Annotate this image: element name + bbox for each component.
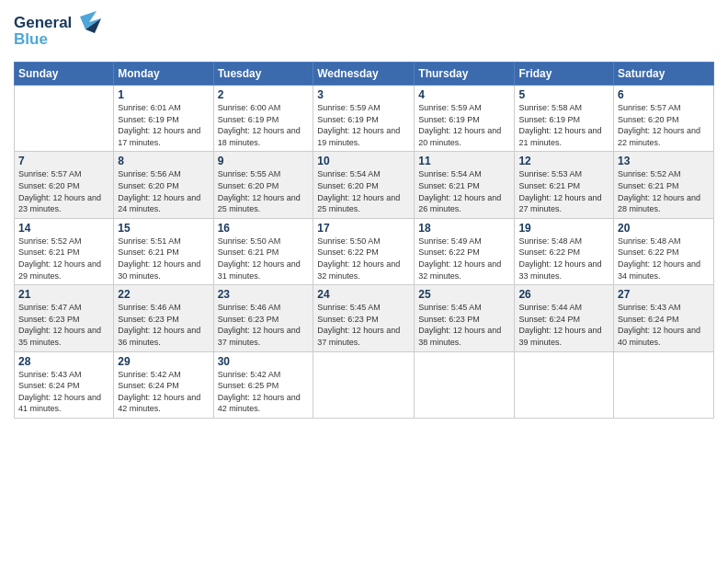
calendar-header-row: SundayMondayTuesdayWednesdayThursdayFrid…	[15, 63, 714, 86]
calendar-cell: 19Sunrise: 5:48 AMSunset: 6:22 PMDayligh…	[515, 218, 614, 284]
day-number: 6	[618, 88, 710, 101]
calendar-week-row: 7Sunrise: 5:57 AMSunset: 6:20 PMDaylight…	[15, 152, 714, 218]
weekday-header: Friday	[515, 63, 614, 86]
day-info: Sunrise: 5:57 AMSunset: 6:20 PMDaylight:…	[18, 168, 109, 214]
day-info: Sunrise: 6:01 AMSunset: 6:19 PMDaylight:…	[118, 102, 209, 148]
calendar-cell: 11Sunrise: 5:54 AMSunset: 6:21 PMDayligh…	[415, 152, 515, 218]
weekday-header: Wednesday	[313, 63, 415, 86]
day-number: 15	[118, 222, 209, 235]
calendar-cell: 13Sunrise: 5:52 AMSunset: 6:21 PMDayligh…	[614, 152, 714, 218]
calendar-cell	[515, 351, 614, 418]
calendar-cell: 5Sunrise: 5:58 AMSunset: 6:19 PMDaylight…	[515, 86, 614, 152]
calendar-cell: 26Sunrise: 5:44 AMSunset: 6:24 PMDayligh…	[515, 285, 614, 351]
day-number: 12	[518, 155, 609, 167]
day-info: Sunrise: 6:00 AMSunset: 6:19 PMDaylight:…	[218, 102, 310, 148]
weekday-header: Thursday	[415, 63, 515, 86]
calendar-week-row: 1Sunrise: 6:01 AMSunset: 6:19 PMDaylight…	[15, 86, 714, 152]
calendar-cell	[415, 351, 515, 418]
logo-svg: General Blue	[14, 9, 115, 51]
day-info: Sunrise: 5:46 AMSunset: 6:23 PMDaylight:…	[218, 302, 310, 348]
day-info: Sunrise: 5:44 AMSunset: 6:24 PMDaylight:…	[518, 302, 609, 348]
calendar-cell	[15, 86, 114, 152]
day-number: 18	[418, 222, 510, 235]
day-info: Sunrise: 5:59 AMSunset: 6:19 PMDaylight:…	[317, 102, 410, 148]
day-info: Sunrise: 5:56 AMSunset: 6:20 PMDaylight:…	[118, 168, 209, 214]
calendar-cell: 10Sunrise: 5:54 AMSunset: 6:20 PMDayligh…	[313, 152, 415, 218]
day-info: Sunrise: 5:52 AMSunset: 6:21 PMDaylight:…	[618, 168, 710, 214]
day-number: 3	[317, 88, 410, 101]
day-info: Sunrise: 5:46 AMSunset: 6:23 PMDaylight:…	[118, 302, 209, 348]
day-info: Sunrise: 5:50 AMSunset: 6:21 PMDaylight:…	[218, 236, 310, 282]
calendar-cell: 17Sunrise: 5:50 AMSunset: 6:22 PMDayligh…	[313, 218, 415, 284]
calendar-cell: 21Sunrise: 5:47 AMSunset: 6:23 PMDayligh…	[15, 285, 114, 351]
svg-text:Blue: Blue	[14, 30, 48, 48]
day-info: Sunrise: 5:59 AMSunset: 6:19 PMDaylight:…	[418, 102, 510, 148]
day-info: Sunrise: 5:42 AMSunset: 6:24 PMDaylight:…	[118, 369, 209, 415]
weekday-header: Sunday	[15, 63, 114, 86]
day-number: 29	[118, 355, 209, 368]
calendar-cell: 1Sunrise: 6:01 AMSunset: 6:19 PMDaylight…	[114, 86, 213, 152]
calendar-cell: 12Sunrise: 5:53 AMSunset: 6:21 PMDayligh…	[515, 152, 614, 218]
day-info: Sunrise: 5:55 AMSunset: 6:20 PMDaylight:…	[218, 168, 310, 214]
calendar-cell: 20Sunrise: 5:48 AMSunset: 6:22 PMDayligh…	[614, 218, 714, 284]
day-number: 9	[218, 155, 310, 167]
calendar-cell: 23Sunrise: 5:46 AMSunset: 6:23 PMDayligh…	[213, 285, 313, 351]
day-info: Sunrise: 5:50 AMSunset: 6:22 PMDaylight:…	[317, 236, 410, 282]
day-number: 28	[18, 355, 109, 368]
day-info: Sunrise: 5:42 AMSunset: 6:25 PMDaylight:…	[218, 369, 310, 415]
day-number: 23	[218, 288, 310, 301]
day-number: 26	[518, 288, 609, 301]
day-info: Sunrise: 5:48 AMSunset: 6:22 PMDaylight:…	[618, 236, 710, 282]
day-info: Sunrise: 5:53 AMSunset: 6:21 PMDaylight:…	[518, 168, 609, 214]
weekday-header: Saturday	[614, 63, 714, 86]
calendar-cell: 4Sunrise: 5:59 AMSunset: 6:19 PMDaylight…	[415, 86, 515, 152]
day-info: Sunrise: 5:47 AMSunset: 6:23 PMDaylight:…	[18, 302, 109, 348]
day-number: 20	[618, 222, 710, 235]
calendar-cell: 27Sunrise: 5:43 AMSunset: 6:24 PMDayligh…	[614, 285, 714, 351]
weekday-header: Monday	[114, 63, 213, 86]
day-number: 27	[618, 288, 710, 301]
calendar-cell: 29Sunrise: 5:42 AMSunset: 6:24 PMDayligh…	[114, 351, 213, 418]
day-info: Sunrise: 5:49 AMSunset: 6:22 PMDaylight:…	[418, 236, 510, 282]
calendar-cell: 3Sunrise: 5:59 AMSunset: 6:19 PMDaylight…	[313, 86, 415, 152]
calendar-cell: 25Sunrise: 5:45 AMSunset: 6:23 PMDayligh…	[415, 285, 515, 351]
day-number: 30	[218, 355, 310, 368]
day-number: 24	[317, 288, 410, 301]
day-info: Sunrise: 5:51 AMSunset: 6:21 PMDaylight:…	[118, 236, 209, 282]
calendar-cell: 9Sunrise: 5:55 AMSunset: 6:20 PMDaylight…	[213, 152, 313, 218]
calendar-cell	[614, 351, 714, 418]
day-number: 19	[518, 222, 609, 235]
day-number: 8	[118, 155, 209, 167]
calendar-cell: 14Sunrise: 5:52 AMSunset: 6:21 PMDayligh…	[15, 218, 114, 284]
day-number: 13	[618, 155, 710, 167]
day-info: Sunrise: 5:54 AMSunset: 6:21 PMDaylight:…	[418, 168, 510, 214]
day-number: 14	[18, 222, 109, 235]
calendar-cell: 28Sunrise: 5:43 AMSunset: 6:24 PMDayligh…	[15, 351, 114, 418]
calendar-cell: 6Sunrise: 5:57 AMSunset: 6:20 PMDaylight…	[614, 86, 714, 152]
calendar-week-row: 14Sunrise: 5:52 AMSunset: 6:21 PMDayligh…	[15, 218, 714, 284]
day-info: Sunrise: 5:52 AMSunset: 6:21 PMDaylight:…	[18, 236, 109, 282]
calendar-cell	[313, 351, 415, 418]
calendar-cell: 24Sunrise: 5:45 AMSunset: 6:23 PMDayligh…	[313, 285, 415, 351]
calendar-cell: 22Sunrise: 5:46 AMSunset: 6:23 PMDayligh…	[114, 285, 213, 351]
day-info: Sunrise: 5:54 AMSunset: 6:20 PMDaylight:…	[317, 168, 410, 214]
day-info: Sunrise: 5:43 AMSunset: 6:24 PMDaylight:…	[18, 369, 109, 415]
day-number: 16	[218, 222, 310, 235]
day-number: 7	[18, 155, 109, 167]
calendar-cell: 2Sunrise: 6:00 AMSunset: 6:19 PMDaylight…	[213, 86, 313, 152]
header: General Blue	[14, 9, 714, 54]
weekday-header: Tuesday	[213, 63, 313, 86]
day-number: 21	[18, 288, 109, 301]
calendar-cell: 30Sunrise: 5:42 AMSunset: 6:25 PMDayligh…	[213, 351, 313, 418]
day-number: 2	[218, 88, 310, 101]
calendar-cell: 18Sunrise: 5:49 AMSunset: 6:22 PMDayligh…	[415, 218, 515, 284]
day-number: 11	[418, 155, 510, 167]
svg-text:General: General	[14, 14, 72, 31]
day-number: 10	[317, 155, 410, 167]
calendar-cell: 8Sunrise: 5:56 AMSunset: 6:20 PMDaylight…	[114, 152, 213, 218]
day-number: 25	[418, 288, 510, 301]
page: General Blue SundayMondayTuesdayWednesda…	[0, 0, 728, 563]
calendar-cell: 16Sunrise: 5:50 AMSunset: 6:21 PMDayligh…	[213, 218, 313, 284]
calendar-week-row: 21Sunrise: 5:47 AMSunset: 6:23 PMDayligh…	[15, 285, 714, 351]
day-info: Sunrise: 5:58 AMSunset: 6:19 PMDaylight:…	[518, 102, 609, 148]
